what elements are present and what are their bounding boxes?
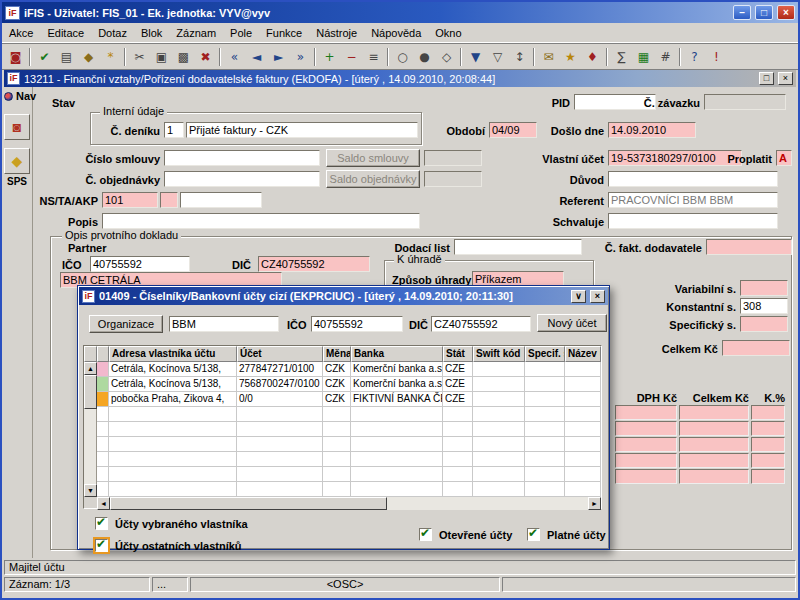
cell-swift[interactable] [473, 377, 525, 392]
execute-query-icon[interactable]: ● [414, 46, 435, 67]
amount-cell[interactable] [615, 405, 677, 420]
amount-cell[interactable] [615, 421, 677, 436]
cell-stat[interactable]: CZE [443, 377, 473, 392]
otevrene-ucty-checkbox[interactable]: ✔ [419, 528, 432, 541]
amount-cell[interactable] [615, 469, 677, 484]
menu-nastroje[interactable]: Nástroje [309, 24, 364, 42]
ta-field[interactable] [160, 192, 178, 208]
alerts-icon[interactable]: ♦ [582, 46, 603, 67]
cell-specif[interactable] [525, 362, 565, 377]
cell-specif[interactable] [525, 377, 565, 392]
menu-dotaz[interactable]: Dotaz [91, 24, 134, 42]
menu-okno[interactable]: Okno [428, 24, 468, 42]
cell-adresa[interactable]: Cetrála, Kocínova 5/138, [109, 377, 237, 392]
copy-icon[interactable]: ▣ [151, 46, 172, 67]
cell-banka[interactable]: Komerční banka a.s. [351, 362, 443, 377]
amount-cell[interactable] [615, 437, 677, 452]
help-icon[interactable]: ? [684, 46, 705, 67]
attachments-icon[interactable]: ✉ [538, 46, 559, 67]
cancel-query-icon[interactable]: ◇ [436, 46, 457, 67]
cell-adresa[interactable]: Cetrála, Kocínova 5/138, [109, 362, 237, 377]
sort-icon[interactable]: ↕ [509, 46, 530, 67]
menu-napoveda[interactable]: Nápověda [364, 24, 428, 42]
star-icon[interactable]: ★ [560, 46, 581, 67]
delete-record-icon[interactable]: − [341, 46, 362, 67]
denik-nazev-field[interactable]: Přijaté faktury - CZK [186, 122, 418, 138]
c-fakt-dodavatele-field[interactable] [706, 239, 792, 255]
next-record-icon[interactable]: ► [268, 46, 289, 67]
cislo-smlouvy-field[interactable] [164, 150, 320, 166]
cell-stat[interactable]: CZE [443, 392, 473, 407]
amount-cell[interactable] [679, 437, 749, 452]
clear-icon[interactable]: ✖ [195, 46, 216, 67]
mdi-restore-icon[interactable]: □ [759, 72, 774, 85]
organizace-button[interactable]: Organizace [89, 315, 163, 333]
saldo-smlouvy-button[interactable]: Saldo smlouvy [326, 149, 420, 167]
stop-icon[interactable]: ! [706, 46, 727, 67]
cell-swift[interactable] [473, 362, 525, 377]
cut-icon[interactable]: ✂ [129, 46, 150, 67]
close-icon[interactable]: × [777, 5, 795, 20]
menu-editace[interactable]: Editace [40, 24, 91, 42]
ucty-vybraneho-checkbox[interactable]: ✔ [95, 517, 108, 530]
amount-cell[interactable] [679, 453, 749, 468]
amount-cell[interactable] [679, 421, 749, 436]
cell-ucet[interactable]: 7568700247/0100 [237, 377, 323, 392]
amount-cell[interactable] [751, 421, 785, 436]
menu-akce[interactable]: Akce [2, 24, 40, 42]
ucty-ostatnich-checkbox[interactable]: ✔ [95, 539, 108, 552]
mdi-close-icon[interactable]: × [778, 72, 793, 85]
dialog-pin-icon[interactable]: ∨ [571, 290, 586, 303]
obdobi-field[interactable]: 04/09 [489, 122, 537, 138]
maximize-icon[interactable]: □ [755, 5, 773, 20]
minimize-icon[interactable]: – [733, 5, 751, 20]
cell-nazev[interactable] [565, 377, 601, 392]
amount-cell[interactable] [679, 405, 749, 420]
cell-swift[interactable] [473, 392, 525, 407]
print-icon[interactable]: ▤ [56, 46, 77, 67]
amount-cell[interactable] [751, 437, 785, 452]
amount-cell[interactable] [679, 469, 749, 484]
cell-banka[interactable]: Komerční banka a.s. [351, 377, 443, 392]
table-horizontal-scrollbar[interactable]: ◄ ► [97, 497, 601, 510]
lock-icon[interactable]: ◆ [78, 46, 99, 67]
list-values-icon[interactable]: ▼ [465, 46, 486, 67]
nav-button[interactable]: Nav [4, 90, 36, 102]
novy-ucet-button[interactable]: Nový účet [537, 314, 607, 332]
sps-icon[interactable]: ◆ [4, 148, 30, 174]
menu-pole[interactable]: Pole [223, 24, 259, 42]
c-objednavky-field[interactable] [164, 171, 320, 187]
cell-mena[interactable]: CZK [323, 377, 351, 392]
horizontal-scroll-thumb[interactable] [110, 497, 387, 510]
menu-funkce[interactable]: Funkce [259, 24, 309, 42]
schvaluje-field[interactable] [608, 213, 778, 229]
celkem-kc-field[interactable] [722, 340, 790, 356]
referent-field[interactable]: PRACOVNÍCI BBM BBM [608, 192, 778, 208]
excel-icon[interactable]: ▦ [633, 46, 654, 67]
last-record-icon[interactable]: » [290, 46, 311, 67]
variabilni-s-field[interactable] [740, 280, 788, 296]
cell-adresa[interactable]: pobočka Praha, Zikova 4, [109, 392, 237, 407]
cell-stat[interactable]: CZE [443, 362, 473, 377]
saldo-objednavky-button[interactable]: Saldo objednávky [326, 170, 420, 188]
cell-mena[interactable]: CZK [323, 362, 351, 377]
cell-nazev[interactable] [565, 392, 601, 407]
platne-ucty-checkbox[interactable]: ✔ [527, 528, 540, 541]
menu-zaznam[interactable]: Záznam [169, 24, 223, 42]
dialog-close-icon[interactable]: × [590, 290, 605, 303]
save-icon[interactable]: ✔ [34, 46, 55, 67]
enter-query-icon[interactable]: ○ [392, 46, 413, 67]
sum-icon[interactable]: ∑ [611, 46, 632, 67]
scroll-left-icon[interactable]: ◄ [97, 497, 110, 510]
calculator-icon[interactable]: # [655, 46, 676, 67]
table-vertical-scrollbar[interactable]: ▲ ▼ [84, 362, 97, 497]
scroll-up-icon[interactable]: ▲ [84, 362, 97, 375]
konstantni-s-field[interactable]: 308 [740, 298, 788, 314]
prev-record-icon[interactable]: ◄ [246, 46, 267, 67]
cell-nazev[interactable] [565, 362, 601, 377]
filter-icon[interactable]: ▽ [487, 46, 508, 67]
cell-specif[interactable] [525, 392, 565, 407]
organizace-field[interactable]: BBM [169, 316, 279, 332]
amount-cell[interactable] [751, 405, 785, 420]
cell-banka[interactable]: FIKTIVNÍ BANKA ČR [351, 392, 443, 407]
